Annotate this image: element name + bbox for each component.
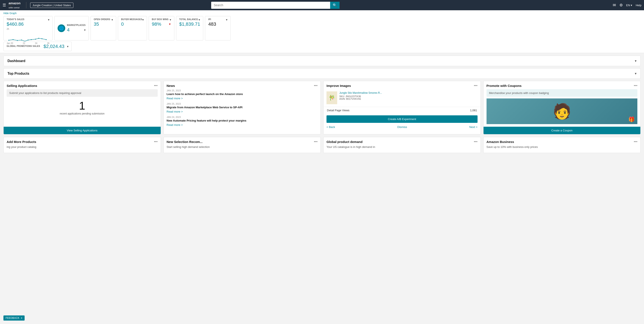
global-promo-row: GLOBAL PROMOTIONS SALES $2,024.43 ▾ bbox=[4, 42, 640, 51]
ipi-chevron[interactable]: ▾ bbox=[226, 18, 228, 22]
chart-y-2k: 2K bbox=[7, 28, 9, 30]
new-selection-menu[interactable]: ••• bbox=[314, 140, 318, 144]
selling-applications-body: Submit your applications to list product… bbox=[4, 89, 161, 127]
coupon-person-icon: 🧑 bbox=[553, 102, 571, 120]
view-selling-applications-button[interactable]: View Selling Applications bbox=[4, 127, 161, 134]
detail-page-views-value: 1,081 bbox=[431, 108, 480, 113]
amazon-business-menu[interactable]: ••• bbox=[634, 140, 637, 144]
top-products-section[interactable]: Top Products ▾ bbox=[4, 68, 640, 79]
search-button[interactable]: 🔍 bbox=[330, 2, 340, 9]
coupons-title: Promote with Coupons bbox=[486, 84, 522, 88]
detail-page-views-row: Detail Page Views 1,081 bbox=[324, 108, 480, 113]
buy-box-trend-icon: ▼ bbox=[168, 23, 171, 26]
coupons-body: Merchandise your products with coupon ba… bbox=[484, 89, 640, 127]
add-more-products-menu[interactable]: ••• bbox=[154, 140, 158, 144]
ipi-value: 483 bbox=[208, 22, 228, 27]
coupons-header: Promote with Coupons ••• bbox=[484, 81, 640, 89]
coupons-menu[interactable]: ••• bbox=[634, 84, 637, 88]
todays-sales-card: TODAY'S SALES ▾ $460.86 2K bbox=[4, 16, 53, 40]
total-balance-chevron[interactable]: ▾ bbox=[198, 18, 200, 22]
news-date-2: JAN 25, 2023 bbox=[167, 102, 318, 105]
selling-applications-desc: Submit your applications to list product… bbox=[7, 89, 158, 97]
bottom-cards-grid: Add More Products ••• ing your product c… bbox=[4, 137, 640, 153]
chart-label-jan20: Jan 20 bbox=[7, 42, 13, 44]
open-orders-card: OPEN ORDERS ▾ 35 bbox=[90, 16, 116, 40]
svg-point-0 bbox=[8, 40, 9, 41]
create-coupon-button[interactable]: Create a Coupon bbox=[484, 127, 640, 134]
amazon-business-desc: Save up to 10% with business-only prices bbox=[486, 145, 638, 148]
svg-point-9 bbox=[42, 38, 42, 39]
buy-box-wins-card: BUY BOX WINS ▾ 98% ▼ bbox=[149, 16, 174, 40]
ipi-card: IPI ▾ 483 bbox=[205, 16, 231, 40]
todays-sales-label: TODAY'S SALES bbox=[7, 18, 24, 20]
hide-graph-link[interactable]: Hide Graph bbox=[4, 12, 16, 15]
news-headline-1: Learn how to achieve perfect launch on t… bbox=[167, 92, 318, 96]
search-input[interactable] bbox=[211, 2, 330, 8]
marketplaces-chevron[interactable]: ▾ bbox=[84, 28, 86, 32]
news-title: News bbox=[167, 84, 175, 88]
news-menu[interactable]: ••• bbox=[314, 84, 318, 88]
svg-point-6 bbox=[31, 39, 32, 40]
buyer-messages-chevron[interactable]: ▾ bbox=[142, 18, 144, 22]
buyer-messages-value: 0 bbox=[121, 22, 144, 27]
store-selector[interactable]: Jungle Creation | United States bbox=[30, 2, 74, 8]
buy-box-wins-chevron[interactable]: ▾ bbox=[170, 18, 171, 22]
dismiss-button[interactable]: Dismiss bbox=[397, 126, 407, 128]
svg-point-4 bbox=[24, 41, 25, 41]
global-promo-label: GLOBAL PROMOTIONS SALES bbox=[7, 45, 40, 47]
globe-icon: 🌐 bbox=[58, 24, 65, 32]
news-link-3[interactable]: Read more > bbox=[167, 123, 183, 126]
svg-point-8 bbox=[38, 38, 39, 39]
new-selection-title: New Selection Recom... bbox=[167, 140, 202, 144]
amazon-business-body: Save up to 10% with business-only prices bbox=[484, 145, 640, 153]
global-promo-chevron[interactable]: ▾ bbox=[67, 45, 68, 48]
open-orders-chevron[interactable]: ▾ bbox=[112, 18, 113, 22]
create-ab-experiment-button[interactable]: Create A/B Experiment bbox=[326, 115, 478, 123]
language-selector[interactable]: EN ▾ bbox=[626, 4, 632, 7]
news-headline-2: Migrate from Amazon Marketplace Web Serv… bbox=[167, 106, 318, 109]
menu-icon[interactable]: ☰ bbox=[2, 3, 6, 8]
news-link-1[interactable]: Read more > bbox=[167, 97, 183, 100]
global-product-demand-card: Global product demand ••• Your US catalo… bbox=[323, 137, 481, 153]
total-balance-card: TOTAL BALANCE ▾ $1,839.71 bbox=[176, 16, 204, 40]
news-date-3: JAN 24, 2023 bbox=[167, 116, 318, 118]
add-more-products-desc: ing your product catalog bbox=[7, 145, 158, 148]
new-selection-header: New Selection Recom... ••• bbox=[164, 137, 321, 145]
add-more-products-header: Add More Products ••• bbox=[4, 137, 161, 145]
marketplaces-value: 4 bbox=[67, 27, 70, 33]
improve-images-card: Improve Images ••• 🎋 Jungle Stix Marshma… bbox=[323, 81, 481, 134]
main-header: ☰ amazon ~~~ seller central Jungle Creat… bbox=[0, 0, 644, 10]
selling-applications-menu[interactable]: ••• bbox=[154, 84, 158, 88]
news-item-2: JAN 25, 2023 Migrate from Amazon Marketp… bbox=[167, 102, 318, 113]
next-button[interactable]: Next > bbox=[470, 126, 478, 128]
news-header: News ••• bbox=[164, 81, 321, 89]
settings-icon[interactable]: ⚙ bbox=[620, 3, 623, 8]
news-link-2[interactable]: Read more > bbox=[167, 110, 183, 113]
improve-images-menu[interactable]: ••• bbox=[474, 84, 478, 88]
back-button[interactable]: < Back bbox=[326, 126, 335, 128]
add-more-products-card: Add More Products ••• ing your product c… bbox=[4, 137, 161, 153]
detail-page-views-table: Detail Page Views 1,081 bbox=[324, 107, 480, 114]
help-link[interactable]: Help bbox=[636, 4, 642, 7]
news-date-1: JAN 25, 2023 bbox=[167, 89, 318, 92]
news-item-3: JAN 24, 2023 New Automate Pricing featur… bbox=[167, 116, 318, 126]
product-thumbnail: 🎋 bbox=[326, 92, 337, 104]
coupons-card: Promote with Coupons ••• Merchandise you… bbox=[483, 81, 641, 134]
product-name[interactable]: Jungle Stix Marshmallow Smores R... bbox=[339, 92, 478, 94]
dashboard-section[interactable]: Dashboard ▾ bbox=[4, 56, 640, 66]
product-asin: ASIN: B017VXKVXE bbox=[339, 98, 478, 100]
todays-sales-value: $460.86 bbox=[7, 22, 50, 27]
selling-applications-sub: recent applications pending submission bbox=[7, 112, 158, 115]
chart-label-26: 26 bbox=[47, 42, 50, 44]
global-demand-desc: Your US catalogue is in high demand in bbox=[326, 145, 478, 148]
email-icon[interactable]: ✉ bbox=[613, 3, 616, 8]
amazon-business-card: Amazon Business ••• Save up to 10% with … bbox=[483, 137, 641, 153]
coupon-gift-icon: 🎁 bbox=[628, 116, 635, 122]
search-bar: 🔍 bbox=[211, 2, 340, 9]
amazon-business-title: Amazon Business bbox=[486, 140, 514, 144]
global-demand-menu[interactable]: ••• bbox=[474, 140, 478, 144]
todays-sales-chevron[interactable]: ▾ bbox=[48, 18, 50, 22]
main-cards-grid: Selling Applications ••• Submit your app… bbox=[4, 81, 640, 134]
product-row: 🎋 Jungle Stix Marshmallow Smores R... SK… bbox=[324, 89, 480, 106]
marketplaces-card: 🌐 MARKETPLACES 4 ▾ bbox=[54, 16, 89, 40]
